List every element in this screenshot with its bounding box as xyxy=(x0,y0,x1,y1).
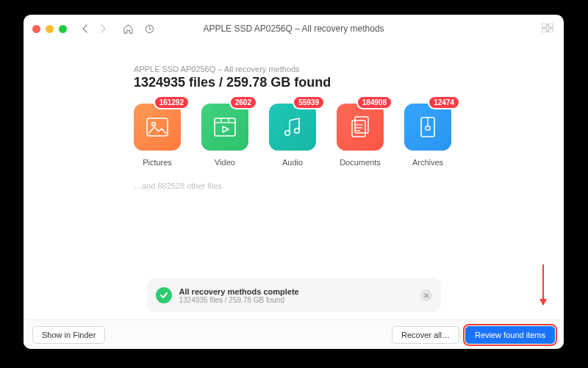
badge-archives: 12474 xyxy=(429,97,459,108)
svg-point-11 xyxy=(285,131,290,136)
maximize-icon[interactable] xyxy=(59,25,67,33)
minimize-icon[interactable] xyxy=(46,25,54,33)
forward-button[interactable] xyxy=(98,24,108,34)
home-icon[interactable] xyxy=(123,24,134,35)
svg-rect-14 xyxy=(352,120,365,137)
footer-bar: Show in Finder Recover all… Review found… xyxy=(24,320,564,349)
svg-rect-2 xyxy=(548,24,553,27)
toolbar-nav xyxy=(80,24,155,35)
svg-rect-3 xyxy=(542,29,547,32)
status-subtitle: 1324935 files / 259.78 GB found xyxy=(179,296,299,304)
back-button[interactable] xyxy=(80,24,90,34)
tile-video[interactable]: 2602 Video xyxy=(201,104,248,167)
content-area: APPLE SSD AP0256Q – All recovery methods… xyxy=(24,43,564,320)
badge-documents: 184908 xyxy=(358,97,391,108)
tile-documents[interactable]: 184908 Documents xyxy=(337,104,384,167)
svg-point-12 xyxy=(295,129,300,134)
scan-subtitle: APPLE SSD AP0256Q – All recovery methods xyxy=(134,65,549,73)
svg-rect-20 xyxy=(426,126,430,130)
badge-audio: 55939 xyxy=(294,97,323,108)
app-window: APPLE SSD AP0256Q – All recovery methods… xyxy=(24,15,564,349)
archive-icon xyxy=(404,104,451,151)
tile-label: Documents xyxy=(337,158,384,167)
status-banner: All recovery methods complete 1324935 fi… xyxy=(147,278,441,312)
window-controls xyxy=(32,25,67,33)
history-icon[interactable] xyxy=(144,24,155,35)
checkmark-icon xyxy=(156,287,172,303)
annotation-arrow-icon xyxy=(542,264,544,305)
titlebar: APPLE SSD AP0256Q – All recovery methods xyxy=(24,15,564,43)
badge-video: 2602 xyxy=(231,97,256,108)
document-icon xyxy=(337,104,384,151)
audio-icon xyxy=(269,104,316,151)
review-found-items-button[interactable]: Review found items xyxy=(465,326,555,344)
show-in-finder-button[interactable]: Show in Finder xyxy=(32,326,105,344)
category-tiles: 161292 Pictures 2602 Video 55939 Audio xyxy=(134,104,549,167)
scan-headline: 1324935 files / 259.78 GB found xyxy=(134,75,549,90)
picture-icon xyxy=(134,104,181,151)
view-grid-icon[interactable] xyxy=(542,24,553,32)
tile-label: Archives xyxy=(404,158,451,167)
recover-all-button[interactable]: Recover all… xyxy=(392,326,459,344)
svg-rect-5 xyxy=(147,118,168,136)
tile-audio[interactable]: 55939 Audio xyxy=(269,104,316,167)
status-text: All recovery methods complete 1324935 fi… xyxy=(179,287,299,304)
badge-pictures: 161292 xyxy=(155,97,188,108)
tile-label: Pictures xyxy=(134,158,181,167)
video-icon xyxy=(201,104,248,151)
tile-label: Audio xyxy=(269,158,316,167)
other-files-note: …and 882528 other files xyxy=(134,181,549,190)
svg-rect-1 xyxy=(542,24,547,27)
tile-pictures[interactable]: 161292 Pictures xyxy=(134,104,181,167)
close-icon[interactable] xyxy=(32,25,40,33)
tile-label: Video xyxy=(201,158,248,167)
tile-archives[interactable]: 12474 Archives xyxy=(404,104,451,167)
dismiss-status-button[interactable]: ✕ xyxy=(420,289,432,301)
status-title: All recovery methods complete xyxy=(179,287,299,296)
svg-point-6 xyxy=(152,123,156,126)
svg-rect-4 xyxy=(548,29,553,32)
